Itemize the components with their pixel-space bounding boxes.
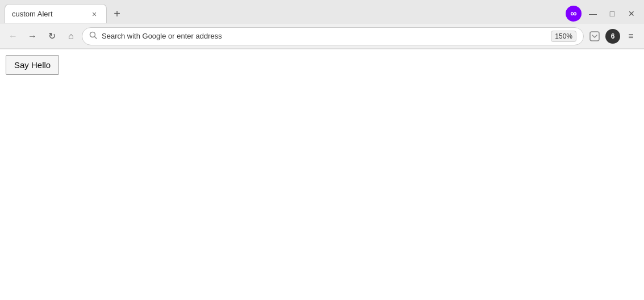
- svg-line-1: [95, 37, 97, 39]
- tab-bar: custom Alert × + ∞ — □ ✕: [0, 0, 644, 24]
- page-content: Say Hello: [0, 49, 644, 300]
- tab-close-button[interactable]: ×: [89, 9, 99, 19]
- pocket-button[interactable]: [586, 28, 603, 45]
- maximize-button[interactable]: □: [604, 6, 620, 22]
- say-hello-button[interactable]: Say Hello: [6, 55, 59, 75]
- reload-button[interactable]: ↻: [43, 28, 60, 45]
- address-text: Search with Google or enter address: [102, 32, 546, 40]
- back-button[interactable]: ←: [5, 28, 22, 45]
- notification-badge[interactable]: 6: [605, 29, 620, 44]
- zoom-level[interactable]: 150%: [551, 31, 576, 42]
- pocket-icon: [589, 31, 600, 42]
- menu-button[interactable]: ≡: [622, 28, 639, 45]
- svg-rect-2: [590, 32, 599, 41]
- browser-logo-symbol: ∞: [570, 9, 576, 19]
- search-icon: [89, 31, 97, 41]
- browser-controls-right: ∞ — □ ✕: [566, 6, 639, 22]
- toolbar: ← → ↻ ⌂ Search with Google or enter addr…: [0, 24, 644, 49]
- notification-count: 6: [611, 32, 615, 40]
- forward-button[interactable]: →: [24, 28, 41, 45]
- browser-logo: ∞: [566, 6, 582, 22]
- home-button[interactable]: ⌂: [62, 28, 80, 45]
- new-tab-button[interactable]: +: [109, 6, 125, 22]
- address-bar[interactable]: Search with Google or enter address 150%: [82, 27, 584, 45]
- browser-chrome: custom Alert × + ∞ — □ ✕ ← → ↻ ⌂ Se: [0, 0, 644, 49]
- minimize-button[interactable]: —: [585, 6, 601, 22]
- browser-tab[interactable]: custom Alert ×: [5, 4, 107, 23]
- close-window-button[interactable]: ✕: [624, 6, 639, 22]
- tab-title: custom Alert: [12, 10, 85, 18]
